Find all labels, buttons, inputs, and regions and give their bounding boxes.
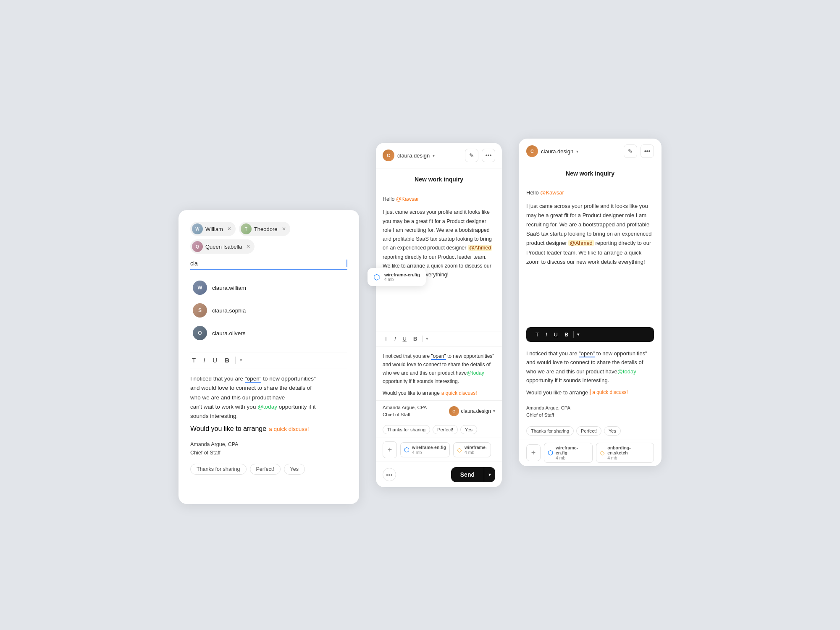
right-para2-today: @today: [617, 368, 636, 375]
mid-toolbar-t[interactable]: T: [383, 335, 389, 343]
right-toolbar-chevron[interactable]: ▾: [577, 332, 580, 337]
right-sender-info: Amanda Argue, CPA Chief of Staff: [526, 404, 570, 419]
compose-label: Would you like to arrange: [190, 425, 266, 433]
toolbar-more-icon[interactable]: ▾: [240, 357, 242, 363]
sender-info: Amanda Argue, CPA Chief of Staff: [383, 404, 427, 419]
para2-start: I noticed that you are: [383, 353, 431, 359]
attachment-fig[interactable]: ⬡ wireframe-en.fig 4 mb: [400, 442, 450, 457]
mid-toolbar-b[interactable]: B: [412, 335, 419, 343]
right-compose-placeholder[interactable]: a quick discuss!: [590, 389, 628, 395]
right-add-attachment-btn[interactable]: +: [526, 444, 541, 461]
add-attachment-btn[interactable]: +: [383, 441, 397, 458]
right-attachment-fig[interactable]: ⬡ wireframe-en.fig 4 mb: [544, 443, 593, 463]
floating-attach-size: 4 mb: [384, 277, 420, 282]
queen-name: Queen Isabella: [205, 244, 242, 250]
right-body-para1: I just came across your profile and it l…: [526, 202, 654, 267]
left-toolbar: T I U B ▾: [190, 352, 347, 368]
right-para2-open: "open": [579, 350, 595, 357]
body-text-1: I noticed that you are: [190, 375, 245, 382]
william-remove-icon[interactable]: ✕: [227, 226, 231, 232]
ahmed-mention: @Ahmed: [468, 245, 492, 251]
attach-sketch-size: 4 mb: [465, 450, 487, 455]
right-attach-fig-name: wireframe-en.fig: [556, 445, 589, 455]
right-toolbar-b[interactable]: B: [563, 331, 570, 339]
right-attach-sketch-size: 4 mb: [607, 455, 650, 460]
right-toolbar-t[interactable]: T: [534, 331, 541, 339]
suggestion-claura-sophia[interactable]: S claura.sophia: [190, 299, 347, 322]
mid-card-header: C claura.design ▾ ✎ •••: [376, 143, 502, 168]
quick-reply-yes[interactable]: Yes: [284, 464, 305, 475]
right-attach-fig-info: wireframe-en.fig 4 mb: [556, 445, 589, 460]
toolbar-text-btn[interactable]: T: [190, 356, 197, 365]
edit-icon-btn[interactable]: ✎: [465, 149, 478, 162]
right-qr-yes[interactable]: Yes: [604, 426, 621, 436]
queen-remove-icon[interactable]: ✕: [246, 244, 250, 249]
mid-compose-card: C claura.design ▾ ✎ ••• New work inquiry…: [376, 143, 502, 487]
recipient-search-input[interactable]: [190, 260, 346, 267]
email-subject: New work inquiry: [376, 168, 502, 188]
right-attach-sketch-info: onbording-en.sketch 4 mb: [607, 445, 650, 460]
suggestion-claura-william[interactable]: W claura.william: [190, 276, 347, 299]
mid-qr-yes[interactable]: Yes: [460, 425, 477, 434]
account-name: claura.design: [397, 152, 430, 159]
right-kawsar-mention: @Kawsar: [540, 189, 564, 196]
mid-toolbar-i[interactable]: I: [393, 335, 398, 343]
account-selector[interactable]: C claura.design ▾: [383, 150, 435, 161]
right-email-body-1: Hello @Kawsar I just came across your pr…: [519, 182, 662, 324]
greeting: Hello @Kawsar: [383, 195, 495, 204]
right-edit-icon-btn[interactable]: ✎: [624, 144, 637, 158]
account-chevron-icon[interactable]: ▾: [433, 153, 435, 158]
right-para2-end: opportunity if it sounds interesting.: [526, 377, 609, 383]
signature-name: Amanda Argue, CPA: [190, 440, 347, 449]
attach-fig-size: 4 mb: [412, 450, 446, 455]
right-header-actions: ✎ •••: [624, 144, 654, 158]
kawsar-mention: @Kawsar: [396, 196, 419, 202]
right-attachment-sketch[interactable]: ◇ onbording-en.sketch 4 mb: [596, 443, 654, 463]
mid-qr-thanks[interactable]: Thanks for sharing: [383, 425, 430, 434]
toolbar-italic-btn[interactable]: I: [202, 356, 207, 365]
right-toolbar-i[interactable]: I: [544, 331, 549, 339]
para2-open: "open": [431, 353, 446, 360]
body-text-2: to new opportunities": [261, 375, 315, 382]
more-options-btn[interactable]: •••: [383, 468, 396, 481]
header-actions: ✎ •••: [465, 149, 495, 162]
toolbar-underline-btn[interactable]: U: [211, 356, 219, 365]
right-figma-icon: ⬡: [548, 449, 553, 457]
send-chevron-btn[interactable]: ▾: [484, 467, 495, 482]
mid-toolbar-chevron[interactable]: ▾: [426, 336, 428, 341]
compose-placeholder[interactable]: a quick discuss!: [269, 426, 309, 432]
bottom-action-row: ••• Send ▾: [376, 462, 502, 487]
quick-reply-perfect[interactable]: Perfect!: [250, 464, 281, 475]
attach-sketch-name: wireframe-: [465, 445, 487, 450]
sketch-icon: ◇: [457, 446, 462, 454]
right-more-icon-btn[interactable]: •••: [640, 144, 654, 158]
suggestion-claura-olivers[interactable]: O claura.olivers: [190, 322, 347, 344]
attachment-sketch[interactable]: ◇ wireframe- 4 mb: [453, 442, 491, 457]
signature-title: Chief of Staff: [190, 449, 347, 457]
right-qr-perfect[interactable]: Perfect!: [576, 426, 601, 436]
send-button[interactable]: Send: [451, 467, 484, 482]
right-account-chevron-icon[interactable]: ▾: [576, 149, 578, 154]
right-toolbar-u[interactable]: U: [552, 331, 559, 339]
more-icon-btn[interactable]: •••: [482, 149, 495, 162]
toolbar-bold-btn[interactable]: B: [223, 356, 231, 365]
recipient-chip-william[interactable]: W William ✕: [190, 222, 236, 236]
queen-avatar: Q: [192, 241, 203, 252]
mid-account-select[interactable]: C claura.design ▾: [449, 406, 495, 416]
quick-replies: Thanks for sharing Perfect! Yes: [190, 464, 347, 475]
right-account-selector[interactable]: C claura.design ▾: [526, 145, 578, 157]
recipient-chip-theodore[interactable]: T Theodore ✕: [239, 222, 290, 236]
right-para2-start: I noticed that you are: [526, 350, 579, 357]
floating-attach-name: wireframe-en.fig: [384, 272, 420, 277]
figma-icon: ⬡: [404, 446, 410, 454]
quick-reply-thanks[interactable]: Thanks for sharing: [190, 464, 247, 475]
sender-row: Amanda Argue, CPA Chief of Staff C claur…: [376, 400, 502, 422]
suggestion-name-3: claura.olivers: [212, 330, 246, 336]
theodore-remove-icon[interactable]: ✕: [282, 226, 286, 232]
mid-toolbar-u[interactable]: U: [401, 335, 408, 343]
recipient-chip-queen[interactable]: Q Queen Isabella ✕: [190, 239, 255, 254]
mid-qr-perfect[interactable]: Perfect!: [433, 425, 458, 434]
mid-account-chevron[interactable]: ▾: [493, 409, 495, 413]
mid-compose-placeholder[interactable]: a quick discuss!: [441, 390, 477, 396]
right-qr-thanks[interactable]: Thanks for sharing: [526, 426, 574, 436]
